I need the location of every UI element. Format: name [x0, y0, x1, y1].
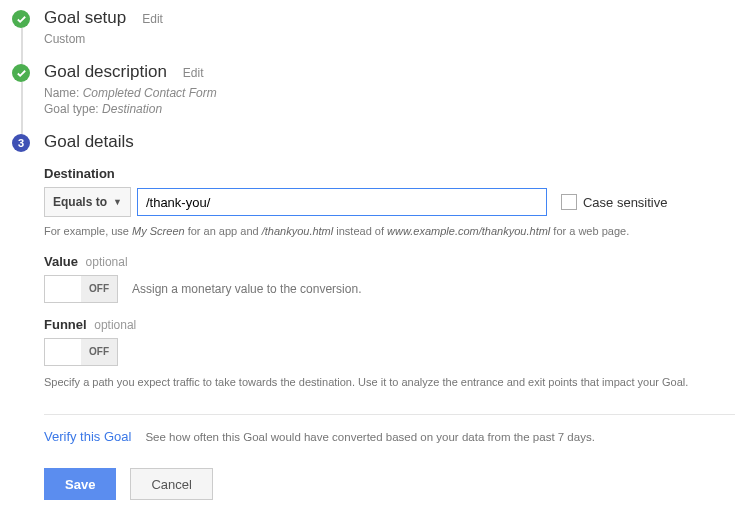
goal-type-row: Goal type: Destination — [44, 102, 735, 116]
match-type-dropdown[interactable]: Equals to ▼ — [44, 187, 131, 217]
edit-link[interactable]: Edit — [142, 12, 163, 26]
cancel-button[interactable]: Cancel — [130, 468, 212, 500]
destination-hint: For example, use My Screen for an app an… — [44, 223, 735, 240]
check-icon — [12, 64, 30, 82]
save-button[interactable]: Save — [44, 468, 116, 500]
step-goal-setup: Goal setup Edit Custom — [12, 8, 735, 62]
step-number-icon: 3 — [12, 134, 30, 152]
verify-goal-link[interactable]: Verify this Goal — [44, 429, 131, 444]
step-title: Goal details — [44, 132, 735, 152]
chevron-down-icon: ▼ — [113, 197, 122, 207]
step-goal-description: Goal description Edit Name: Completed Co… — [12, 62, 735, 132]
value-desc: Assign a monetary value to the conversio… — [132, 282, 361, 296]
case-sensitive-label: Case sensitive — [583, 195, 668, 210]
value-toggle[interactable]: OFF — [44, 275, 118, 303]
value-heading: Value optional — [44, 254, 735, 269]
funnel-heading: Funnel optional — [44, 317, 735, 332]
check-icon — [12, 10, 30, 28]
step-subtitle: Custom — [44, 32, 735, 46]
case-sensitive-checkbox[interactable] — [561, 194, 577, 210]
match-type-label: Equals to — [53, 195, 107, 209]
destination-heading: Destination — [44, 166, 735, 181]
step-title: Goal setup — [44, 8, 126, 28]
step-goal-details: 3 Goal details Destination Equals to ▼ C… — [12, 132, 735, 514]
funnel-toggle[interactable]: OFF — [44, 338, 118, 366]
toggle-off-label: OFF — [81, 339, 117, 365]
funnel-desc: Specify a path you expect traffic to tak… — [44, 374, 735, 391]
toggle-off-label: OFF — [81, 276, 117, 302]
step-title: Goal description — [44, 62, 167, 82]
verify-desc: See how often this Goal would have conve… — [145, 431, 594, 443]
destination-input[interactable] — [137, 188, 547, 216]
edit-link[interactable]: Edit — [183, 66, 204, 80]
divider — [44, 414, 735, 415]
goal-name-row: Name: Completed Contact Form — [44, 86, 735, 100]
